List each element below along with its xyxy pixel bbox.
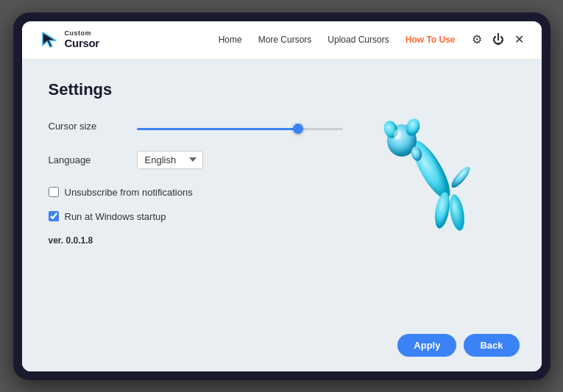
nav-home[interactable]: Home	[219, 35, 242, 45]
language-label: Language	[49, 154, 137, 165]
startup-label: Run at Windows startup	[65, 211, 166, 222]
main-content: Settings Cursor size Language English Sp…	[22, 60, 542, 371]
header-icons: ⚙ ⏻ ✕	[472, 34, 524, 46]
nav-more-cursors[interactable]: More Cursors	[258, 35, 312, 45]
cursor-size-slider[interactable]	[137, 128, 343, 130]
language-select[interactable]: English Spanish French German Russian	[137, 151, 203, 169]
logo: Custom Cursor	[40, 29, 99, 50]
logo-icon	[40, 29, 60, 50]
unsubscribe-label: Unsubscribe from notifications	[65, 187, 193, 198]
settings-title: Settings	[49, 80, 515, 99]
logo-text: Custom Cursor	[65, 30, 99, 49]
button-row: Apply Back	[397, 334, 519, 357]
startup-checkbox[interactable]	[49, 211, 59, 221]
close-icon[interactable]: ✕	[514, 34, 524, 46]
unsubscribe-checkbox[interactable]	[49, 187, 59, 197]
cursor-size-label: Cursor size	[49, 121, 137, 132]
svg-point-8	[447, 193, 466, 231]
apply-button[interactable]: Apply	[397, 334, 456, 357]
svg-point-9	[448, 164, 472, 190]
cursor-size-slider-container	[137, 120, 358, 133]
nav-how-to-use[interactable]: How To Use	[406, 35, 456, 45]
nav-links: Home More Cursors Upload Cursors How To …	[219, 35, 456, 45]
nav-upload-cursors[interactable]: Upload Cursors	[327, 35, 389, 45]
device-frame: Custom Cursor Home More Cursors Upload C…	[13, 13, 550, 380]
back-button[interactable]: Back	[464, 334, 519, 357]
window: Custom Cursor Home More Cursors Upload C…	[22, 21, 542, 371]
logo-cursor: Cursor	[65, 38, 99, 50]
header: Custom Cursor Home More Cursors Upload C…	[22, 21, 542, 60]
svg-point-10	[394, 129, 401, 140]
balloon-decoration	[380, 104, 498, 251]
power-icon[interactable]: ⏻	[492, 34, 504, 46]
gear-icon[interactable]: ⚙	[472, 34, 482, 46]
